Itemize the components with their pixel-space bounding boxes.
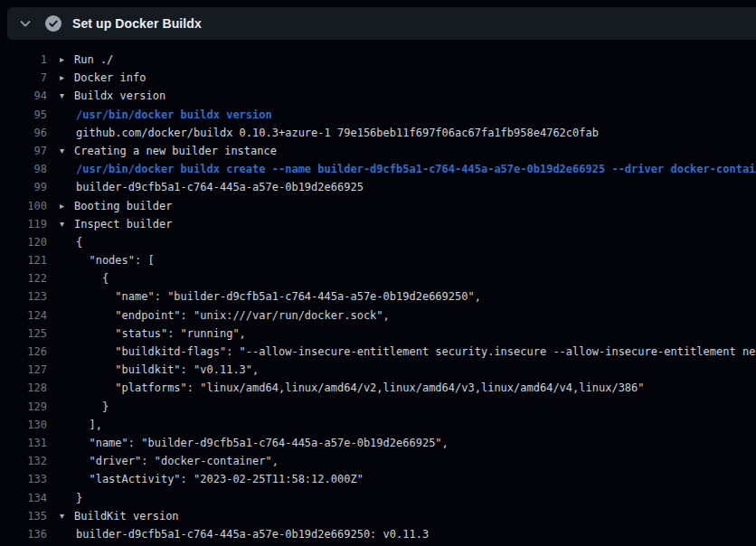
log-line-text: Inspect builder	[74, 215, 172, 233]
log-line: 98 /usr/bin/docker buildx create --name …	[0, 160, 756, 178]
log-line[interactable]: 100 ▸ Booting builder	[0, 197, 756, 215]
log-line[interactable]: 119 ▾ Inspect builder	[0, 215, 756, 233]
line-number[interactable]: 95	[0, 106, 47, 124]
line-number[interactable]: 97	[0, 142, 47, 160]
log-line: 99 builder-d9cfb5a1-c764-445a-a57e-0b19d…	[0, 178, 756, 196]
line-number[interactable]: 121	[0, 251, 47, 269]
log-line-text: "driver": "docker-container",	[60, 452, 279, 470]
log-line: 122 {	[0, 269, 756, 287]
line-number[interactable]: 99	[0, 178, 47, 196]
log-line-text: /usr/bin/docker buildx create --name bui…	[60, 160, 756, 178]
log-line-text: Docker info	[74, 69, 146, 87]
log-line: 120 {	[0, 233, 756, 251]
chevron-down-icon[interactable]	[18, 16, 33, 31]
log-line: 121 "nodes": [	[0, 251, 756, 269]
log-line: 128 "platforms": "linux/amd64,linux/amd6…	[0, 379, 756, 397]
triangle-right-icon[interactable]: ▸	[60, 197, 74, 215]
triangle-down-icon[interactable]: ▾	[60, 87, 74, 105]
log-line-text: ],	[60, 416, 102, 434]
log-line-text: github.com/docker/buildx 0.10.3+azure-1 …	[60, 124, 599, 142]
log-line-text: "lastActivity": "2023-02-25T11:58:12.000…	[60, 470, 364, 488]
line-number[interactable]: 129	[0, 398, 47, 416]
log-line-text: "buildkitd-flags": "--allow-insecure-ent…	[60, 343, 756, 361]
log-line-text: {	[60, 233, 82, 251]
line-number[interactable]: 7	[0, 69, 47, 87]
log-line-text: Booting builder	[74, 197, 172, 215]
line-number[interactable]: 119	[0, 215, 47, 233]
triangle-down-icon[interactable]: ▾	[60, 142, 74, 160]
line-number[interactable]: 125	[0, 325, 47, 343]
log-line[interactable]: 97 ▾ Creating a new builder instance	[0, 142, 756, 160]
line-number[interactable]: 123	[0, 287, 47, 306]
log-line-text: "name": "builder-d9cfb5a1-c764-445a-a57e…	[60, 434, 449, 452]
line-number[interactable]: 96	[0, 124, 47, 142]
log-line-text: "endpoint": "unix:///var/run/docker.sock…	[60, 306, 390, 325]
log-line-text: "platforms": "linux/amd64,linux/amd64/v2…	[60, 379, 645, 397]
log-line-text: Creating a new builder instance	[74, 142, 277, 160]
log-line: 129 }	[0, 398, 756, 416]
log-container: 1 ▸ Run ./ 7 ▸ Docker info 94 ▾ Buildx v…	[0, 40, 756, 546]
log-line: 123 "name": "builder-d9cfb5a1-c764-445a-…	[0, 287, 756, 306]
line-number[interactable]: 100	[0, 197, 47, 215]
line-number[interactable]: 135	[0, 507, 47, 525]
log-line-text: /usr/bin/docker buildx version	[60, 106, 272, 124]
line-number[interactable]: 98	[0, 160, 47, 178]
line-number[interactable]: 120	[0, 233, 47, 251]
log-line-text: {	[60, 269, 109, 287]
log-line[interactable]: 94 ▾ Buildx version	[0, 87, 756, 105]
log-line[interactable]: 135 ▾ BuildKit version	[0, 507, 756, 525]
log-line-text: builder-d9cfb5a1-c764-445a-a57e-0b19d2e6…	[60, 178, 364, 196]
check-circle-icon	[45, 15, 61, 32]
log-line-text: }	[60, 398, 109, 416]
log-line: 131 "name": "builder-d9cfb5a1-c764-445a-…	[0, 434, 756, 452]
line-number[interactable]: 136	[0, 525, 47, 543]
log-line-text: Buildx version	[74, 87, 165, 105]
log-line-text: "status": "running",	[60, 325, 246, 343]
log-line: 127 "buildkit": "v0.11.3",	[0, 361, 756, 379]
line-number[interactable]: 131	[0, 434, 47, 452]
log-line-text: BuildKit version	[74, 507, 179, 525]
line-number[interactable]: 127	[0, 361, 47, 379]
log-line[interactable]: 1 ▸ Run ./	[0, 51, 756, 69]
log-line-text: Run ./	[74, 51, 113, 69]
log-line[interactable]: 7 ▸ Docker info	[0, 69, 756, 87]
triangle-right-icon[interactable]: ▸	[60, 69, 74, 87]
line-number[interactable]: 94	[0, 87, 47, 105]
log-line: 125 "status": "running",	[0, 325, 756, 343]
log-line: 96 github.com/docker/buildx 0.10.3+azure…	[0, 124, 756, 142]
triangle-right-icon[interactable]: ▸	[60, 51, 74, 69]
log-line-text: }	[60, 489, 82, 507]
line-number[interactable]: 124	[0, 306, 47, 325]
log-line: 130 ],	[0, 416, 756, 434]
log-line-text: "nodes": [	[60, 251, 155, 269]
log-line: 95 /usr/bin/docker buildx version	[0, 106, 756, 124]
log-line: 133 "lastActivity": "2023-02-25T11:58:12…	[0, 470, 756, 488]
triangle-down-icon[interactable]: ▾	[60, 507, 74, 525]
log-line: 134 }	[0, 489, 756, 507]
log-line: 136 builder-d9cfb5a1-c764-445a-a57e-0b19…	[0, 525, 756, 543]
log-line: 132 "driver": "docker-container",	[0, 452, 756, 470]
log-line-text: "name": "builder-d9cfb5a1-c764-445a-a57e…	[60, 287, 481, 306]
step-title: Set up Docker Buildx	[72, 16, 202, 31]
line-number[interactable]: 133	[0, 470, 47, 488]
line-number[interactable]: 134	[0, 489, 47, 507]
line-number[interactable]: 130	[0, 416, 47, 434]
line-number[interactable]: 122	[0, 269, 47, 287]
line-number[interactable]: 1	[0, 51, 47, 69]
triangle-down-icon[interactable]: ▾	[60, 215, 74, 233]
line-number[interactable]: 132	[0, 452, 47, 470]
step-header[interactable]: Set up Docker Buildx	[7, 7, 756, 40]
line-number[interactable]: 126	[0, 343, 47, 361]
line-number[interactable]: 128	[0, 379, 47, 397]
log-line: 126 "buildkitd-flags": "--allow-insecure…	[0, 343, 756, 361]
log-line: 124 "endpoint": "unix:///var/run/docker.…	[0, 306, 756, 325]
log-line-text: "buildkit": "v0.11.3",	[60, 361, 259, 379]
log-line-text: builder-d9cfb5a1-c764-445a-a57e-0b19d2e6…	[60, 525, 429, 543]
